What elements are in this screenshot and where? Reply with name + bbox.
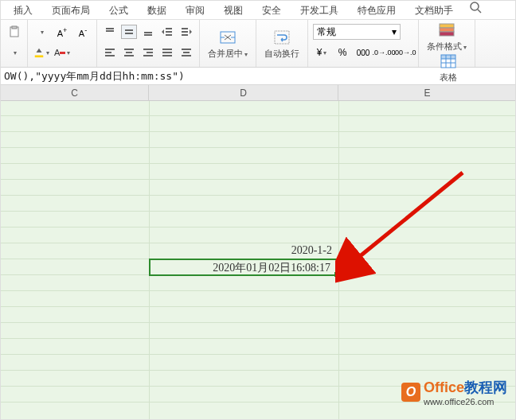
wrap-label: 自动换行 <box>264 48 299 60</box>
svg-rect-21 <box>126 52 132 53</box>
group-wrap: 自动换行 <box>256 20 308 67</box>
ribbon-toolbar: A+ A- A 合并居中 <box>1 20 515 68</box>
tab-doc-helper[interactable]: 文档助手 <box>405 1 463 20</box>
svg-rect-13 <box>166 34 172 36</box>
watermark-brand2: 教程网 <box>464 379 507 395</box>
watermark-url: www.office26.com <box>424 397 507 406</box>
align-center-icon[interactable] <box>121 45 137 60</box>
svg-rect-8 <box>125 33 133 34</box>
svg-rect-10 <box>144 34 152 36</box>
tab-insert[interactable]: 插入 <box>4 1 42 20</box>
align-left-icon[interactable] <box>102 45 118 60</box>
comma-icon[interactable]: 000 <box>354 45 372 60</box>
svg-rect-14 <box>182 28 188 29</box>
conditional-format-icon <box>438 21 455 39</box>
svg-rect-24 <box>147 52 153 53</box>
search-icon[interactable] <box>463 1 482 20</box>
watermark: O Office教程网 www.office26.com <box>401 378 507 406</box>
number-format-value: 常规 <box>317 25 336 39</box>
annotation-arrow <box>335 165 479 284</box>
svg-rect-36 <box>440 24 454 28</box>
cell-value: 2020年01月02日16:08:17 <box>213 262 330 274</box>
spreadsheet-grid[interactable]: 2020-1-2 2020年01月02日16:08:17 O Office教程网… <box>1 101 515 419</box>
table-style-button[interactable]: 表格 <box>427 52 470 84</box>
svg-rect-20 <box>124 49 134 50</box>
percent-icon[interactable]: % <box>334 45 351 60</box>
svg-rect-4 <box>35 56 44 58</box>
distribute-icon[interactable] <box>178 45 194 60</box>
svg-point-0 <box>471 2 479 10</box>
currency-icon[interactable]: ¥ <box>313 45 330 60</box>
group-clipboard <box>1 20 28 67</box>
paste-icon[interactable] <box>6 24 22 40</box>
tab-formula[interactable]: 公式 <box>100 1 138 20</box>
svg-rect-44 <box>441 55 455 59</box>
justify-icon[interactable] <box>159 45 175 60</box>
fill-color-icon[interactable] <box>33 45 50 60</box>
svg-rect-5 <box>106 28 114 29</box>
cell-date-formatted-selected[interactable]: 2020年01月02日16:08:17 <box>149 259 338 276</box>
svg-rect-9 <box>144 32 152 33</box>
svg-rect-6 <box>106 30 114 32</box>
svg-rect-17 <box>105 49 115 50</box>
tab-data[interactable]: 数据 <box>138 1 176 20</box>
tab-special[interactable]: 特色应用 <box>348 1 405 20</box>
merge-center-button[interactable]: 合并居中 <box>205 21 251 66</box>
decrease-indent-icon[interactable] <box>159 25 175 39</box>
fill-handle[interactable] <box>334 272 339 277</box>
svg-rect-12 <box>166 31 172 33</box>
group-font: A+ A- A <box>28 20 97 67</box>
increase-indent-icon[interactable] <box>178 25 194 39</box>
conditional-format-button[interactable]: 条件格式 <box>424 21 470 52</box>
table-label: 表格 <box>440 72 457 84</box>
wrap-text-button[interactable]: 自动换行 <box>261 21 303 66</box>
column-headers: C D E <box>1 85 515 101</box>
tab-review[interactable]: 审阅 <box>176 1 214 20</box>
font-color-icon[interactable]: A <box>53 45 71 60</box>
tab-view[interactable]: 视图 <box>214 1 252 20</box>
tab-dev-tools[interactable]: 开发工具 <box>291 1 348 20</box>
paste-dropdown[interactable] <box>6 45 22 60</box>
col-header-c[interactable]: C <box>1 85 149 101</box>
decrease-decimal-icon[interactable]: .00→.0 <box>396 45 413 60</box>
align-bottom-icon[interactable] <box>140 25 156 39</box>
table-icon <box>440 52 457 70</box>
group-merge: 合并居中 <box>200 20 256 67</box>
cell-date-short[interactable]: 2020-1-2 <box>149 243 338 259</box>
font-name-dropdown[interactable] <box>33 24 50 40</box>
svg-rect-7 <box>125 29 133 31</box>
group-styles: 条件格式 表格 <box>419 20 475 67</box>
tab-page-layout[interactable]: 页面布局 <box>42 1 100 20</box>
svg-rect-27 <box>162 52 172 53</box>
col-header-e[interactable]: E <box>338 85 516 101</box>
col-header-d[interactable]: D <box>149 85 338 101</box>
formula-content: OW(),"yyyy年mm月dd日hh:mm:ss") <box>1 69 185 84</box>
svg-rect-23 <box>143 49 153 50</box>
svg-line-45 <box>355 173 463 260</box>
svg-rect-30 <box>183 52 190 53</box>
svg-rect-31 <box>182 55 191 56</box>
align-middle-icon[interactable] <box>121 25 137 39</box>
align-top-icon[interactable] <box>102 25 118 39</box>
number-format-select[interactable]: 常规 ▾ <box>313 24 401 40</box>
increase-font-icon[interactable]: A+ <box>53 24 71 40</box>
svg-rect-11 <box>166 28 172 29</box>
merge-icon <box>219 29 236 46</box>
watermark-logo-icon: O <box>401 383 420 402</box>
svg-rect-18 <box>105 52 111 53</box>
svg-rect-16 <box>182 34 188 36</box>
group-alignment <box>97 20 200 67</box>
svg-rect-15 <box>182 31 188 33</box>
tab-security[interactable]: 安全 <box>252 1 291 20</box>
svg-rect-3 <box>12 26 17 29</box>
align-right-icon[interactable] <box>140 45 156 60</box>
svg-rect-37 <box>440 28 454 32</box>
cond-label: 条件格式 <box>427 41 467 52</box>
increase-decimal-icon[interactable]: .0→.00 <box>375 45 393 60</box>
decrease-font-icon[interactable]: A- <box>74 24 92 40</box>
chevron-down-icon: ▾ <box>392 26 397 37</box>
svg-rect-28 <box>162 55 172 56</box>
group-number-format: 常规 ▾ ¥ % 000 .0→.00 .00→.0 <box>308 20 419 67</box>
svg-rect-22 <box>124 55 134 56</box>
ribbon-tabs: 插入 页面布局 公式 数据 审阅 视图 安全 开发工具 特色应用 文档助手 <box>1 1 515 20</box>
